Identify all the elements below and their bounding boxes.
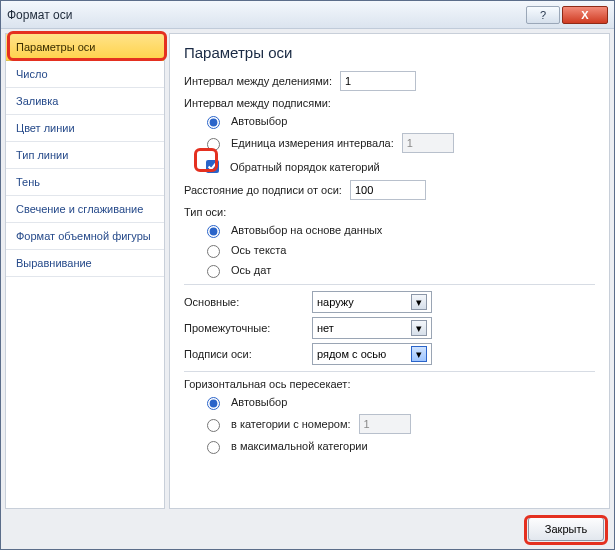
- sidebar-item-shadow[interactable]: Тень: [6, 169, 164, 196]
- sidebar-item-line-style[interactable]: Тип линии: [6, 142, 164, 169]
- row-label-interval-unit: Единица измерения интервала:: [184, 133, 595, 153]
- chevron-down-icon: ▾: [411, 346, 427, 362]
- axis-labels-value: рядом с осью: [317, 348, 386, 360]
- axis-type-date-label[interactable]: Ось дат: [231, 264, 271, 276]
- chevron-down-icon: ▾: [411, 294, 427, 310]
- sidebar-item-glow[interactable]: Свечение и сглаживание: [6, 196, 164, 223]
- reverse-order-label[interactable]: Обратный порядок категорий: [230, 161, 380, 173]
- radio-axis-type-auto[interactable]: [207, 225, 220, 238]
- cross-auto-label[interactable]: Автовыбор: [231, 396, 287, 408]
- cross-max-label[interactable]: в максимальной категории: [231, 440, 368, 452]
- interval-ticks-label: Интервал между делениями:: [184, 75, 332, 87]
- label-distance-label: Расстояние до подписи от оси:: [184, 184, 342, 196]
- close-window-button[interactable]: X: [562, 6, 608, 24]
- interval-ticks-input[interactable]: [340, 71, 416, 91]
- axis-labels-select[interactable]: рядом с осью ▾: [312, 343, 432, 365]
- row-cross-max: в максимальной категории: [184, 438, 595, 454]
- radio-label-interval-auto[interactable]: [207, 116, 220, 129]
- row-axis-type-date: Ось дат: [184, 262, 595, 278]
- cross-category-label[interactable]: в категории с номером:: [231, 418, 351, 430]
- axis-type-auto-label[interactable]: Автовыбор на основе данных: [231, 224, 382, 236]
- window-buttons: ? X: [526, 6, 608, 24]
- axis-type-label: Тип оси:: [184, 206, 595, 218]
- sidebar-item-fill[interactable]: Заливка: [6, 88, 164, 115]
- axis-type-text-label[interactable]: Ось текста: [231, 244, 286, 256]
- titlebar: Формат оси ? X: [1, 1, 614, 29]
- help-button[interactable]: ?: [526, 6, 560, 24]
- row-cross-auto: Автовыбор: [184, 394, 595, 410]
- separator: [184, 371, 595, 372]
- radio-label-interval-unit[interactable]: [207, 138, 220, 151]
- minor-ticks-select[interactable]: нет ▾: [312, 317, 432, 339]
- radio-axis-type-date[interactable]: [207, 265, 220, 278]
- panel-heading: Параметры оси: [184, 44, 595, 61]
- cross-label: Горизонтальная ось пересекает:: [184, 378, 595, 390]
- row-reverse-order: Обратный порядок категорий: [184, 157, 595, 176]
- major-ticks-select[interactable]: наружу ▾: [312, 291, 432, 313]
- row-label-interval-auto: Автовыбор: [184, 113, 595, 129]
- label-interval-unit-input: [402, 133, 454, 153]
- row-axis-labels: Подписи оси: рядом с осью ▾: [184, 343, 595, 365]
- minor-ticks-label: Промежуточные:: [184, 322, 304, 334]
- label-distance-input[interactable]: [350, 180, 426, 200]
- radio-cross-auto[interactable]: [207, 397, 220, 410]
- row-cross-category: в категории с номером:: [184, 414, 595, 434]
- radio-cross-category[interactable]: [207, 419, 220, 432]
- major-ticks-value: наружу: [317, 296, 354, 308]
- cross-category-input: [359, 414, 411, 434]
- dialog-footer: Закрыть: [528, 517, 604, 541]
- dialog-body: Параметры оси Число Заливка Цвет линии Т…: [1, 29, 614, 549]
- sidebar-item-alignment[interactable]: Выравнивание: [6, 250, 164, 277]
- axis-labels-label: Подписи оси:: [184, 348, 304, 360]
- window-title: Формат оси: [7, 8, 526, 22]
- row-axis-type-text: Ось текста: [184, 242, 595, 258]
- sidebar-item-3d-format[interactable]: Формат объемной фигуры: [6, 223, 164, 250]
- sidebar-item-line-color[interactable]: Цвет линии: [6, 115, 164, 142]
- radio-cross-max[interactable]: [207, 441, 220, 454]
- radio-axis-type-text[interactable]: [207, 245, 220, 258]
- close-button[interactable]: Закрыть: [528, 517, 604, 541]
- row-major-ticks: Основные: наружу ▾: [184, 291, 595, 313]
- checkbox-reverse-order[interactable]: [206, 160, 219, 173]
- sidebar-item-number[interactable]: Число: [6, 61, 164, 88]
- row-minor-ticks: Промежуточные: нет ▾: [184, 317, 595, 339]
- dialog-window: Формат оси ? X Параметры оси Число Залив…: [0, 0, 615, 550]
- radio-unit-label[interactable]: Единица измерения интервала:: [231, 137, 394, 149]
- separator: [184, 284, 595, 285]
- minor-ticks-value: нет: [317, 322, 334, 334]
- options-panel: Параметры оси Интервал между делениями: …: [169, 33, 610, 509]
- interval-labels-label: Интервал между подписями:: [184, 97, 595, 109]
- sidebar: Параметры оси Число Заливка Цвет линии Т…: [5, 33, 165, 509]
- row-label-distance: Расстояние до подписи от оси:: [184, 180, 595, 200]
- radio-auto-label[interactable]: Автовыбор: [231, 115, 287, 127]
- chevron-down-icon: ▾: [411, 320, 427, 336]
- major-ticks-label: Основные:: [184, 296, 304, 308]
- row-interval-ticks: Интервал между делениями:: [184, 71, 595, 91]
- sidebar-item-axis-options[interactable]: Параметры оси: [6, 34, 164, 61]
- row-axis-type-auto: Автовыбор на основе данных: [184, 222, 595, 238]
